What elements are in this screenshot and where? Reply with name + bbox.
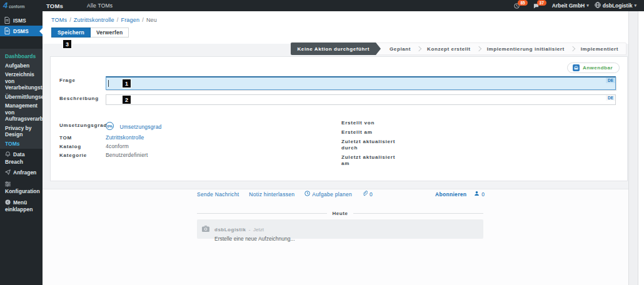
action-strip — [43, 11, 628, 44]
attachments-button[interactable]: 0 — [362, 191, 373, 198]
step-keine-aktion[interactable]: Keine Aktion durchgeführt — [291, 42, 376, 55]
document-icon — [4, 17, 10, 24]
sidebar-item-toms[interactable]: TOMs — [5, 141, 43, 148]
text-cursor — [108, 80, 109, 87]
meta-right-column: Erstellt von Erstellt am Zuletzt aktuali… — [341, 120, 401, 170]
kategorie-value: Benutzerdefiniert — [106, 152, 148, 158]
discard-button[interactable]: Verwerfen — [91, 28, 129, 38]
sidebar-item-menue-einklappen[interactable]: Menü einklappen — [5, 199, 41, 213]
send-icon — [5, 169, 11, 177]
logo-mark: 4 — [3, 1, 8, 10]
breadcrumb-fragen[interactable]: Fragen — [121, 17, 139, 23]
frage-input[interactable]: DE — [106, 76, 616, 90]
tom-link[interactable]: Zutrittskontrolle — [106, 134, 144, 141]
clock-icon — [304, 191, 310, 198]
user-name: dsbLogistik — [603, 2, 633, 9]
sidebar-item-privacy-by-design[interactable]: Privacy by Design — [5, 125, 43, 138]
form-sheet: Anwendbar Frage DE Beschreibung DE Umset… — [50, 56, 628, 181]
erstellt-am-label: Erstellt am — [341, 129, 401, 136]
sidebar-module-isms[interactable]: ISMS — [0, 15, 43, 26]
module-label: ISMS — [13, 18, 26, 24]
annotation-mark-3: 3 — [63, 40, 71, 48]
right-gutter — [628, 11, 638, 285]
followers-button[interactable]: 0 — [474, 191, 485, 198]
sidebar-item-anfragen[interactable]: Anfragen — [5, 169, 41, 177]
module-label: DSMS — [13, 28, 29, 34]
umsetzungsgrad-label: Umsetzungsgrad — [59, 122, 107, 128]
katalog-label: Katalog — [59, 144, 81, 149]
globe-icon — [595, 2, 601, 9]
step-geplant[interactable]: Geplant — [385, 42, 416, 55]
breadcrumb-toms[interactable]: TOMs — [51, 17, 67, 23]
frage-language-tag[interactable]: DE — [606, 78, 615, 83]
zuletzt-aktualisiert-am-label: Zuletzt aktualisiert am — [341, 154, 401, 167]
sidebar-item-aufgaben[interactable]: Aufgaben — [5, 62, 43, 69]
company-menu[interactable]: Arbeit GmbH ▾ — [552, 2, 589, 9]
message-time: Jetzt — [253, 227, 264, 232]
progress-circle-badge: 0% — [106, 122, 114, 130]
app-window: 4 conform TOMs Alle TOMs 85 37 Arbeit Gm… — [0, 0, 644, 285]
umsetzungsgrad-link[interactable]: Umsetzungsgrad — [119, 124, 161, 130]
subscribe-button[interactable]: Abonnieren — [435, 191, 466, 198]
paperclip-icon — [362, 191, 368, 198]
log-note-link[interactable]: Notiz hinterlassen — [249, 191, 294, 198]
sidebar-item-dashboards[interactable]: Dashboards — [5, 53, 43, 60]
chatter-message: dsbLogistik - Jetzt Erstelle eine neue A… — [197, 219, 483, 239]
sliders-icon — [5, 181, 11, 189]
dsms-submenu: Dashboards Aufgaben Verzeichnis von Vera… — [0, 49, 43, 149]
kategorie-label: Kategorie — [59, 152, 87, 158]
message-count-badge: 37 — [537, 0, 546, 6]
step-konzept-erstellt[interactable]: Konzept erstellt — [422, 42, 476, 55]
sidebar-item-uebermittlungsempfaenger[interactable]: Übermittlungsempfänger — [5, 94, 43, 101]
step-implementiert[interactable]: Implementiert — [576, 42, 623, 55]
footer-item-label: Konfiguration — [5, 188, 40, 194]
anwendbar-label: Anwendbar — [583, 65, 613, 71]
bell-icon — [5, 151, 11, 159]
schedule-task-link[interactable]: Aufgabe planen — [304, 191, 352, 198]
collapse-menu-icon — [5, 199, 11, 207]
sidebar: ISMS DSMS Dashboards Aufgaben Verzeichni… — [0, 11, 43, 285]
topbar-menu-alle-toms[interactable]: Alle TOMs — [87, 2, 113, 9]
beschreibung-language-tag[interactable]: DE — [606, 95, 615, 101]
sidebar-footer: Data Breach Anfragen Konfiguration Menü … — [0, 151, 43, 218]
erstellt-von-label: Erstellt von — [341, 120, 401, 126]
katalog-value: 4conform — [106, 143, 129, 149]
sidebar-item-management-auftragsverarbeiter[interactable]: Management von Auftragsverarbeitern — [5, 102, 43, 122]
top-bar: 4 conform TOMs Alle TOMs 85 37 Arbeit Gm… — [0, 0, 644, 11]
date-divider-label: Heute — [332, 211, 348, 216]
umsetzungsgrad-value: 0% Umsetzungsgrad — [106, 120, 162, 131]
stepper-separator — [416, 46, 421, 51]
archive-box-icon — [573, 62, 580, 74]
activity-count-badge: 85 — [518, 0, 527, 6]
follower-count: 0 — [481, 191, 485, 198]
stepper-separator — [570, 46, 575, 51]
sidebar-item-verzeichnis[interactable]: Verzeichnis von Verarbeitungstätigkeiten — [5, 71, 43, 91]
sidebar-item-konfiguration[interactable]: Konfiguration — [5, 181, 41, 195]
person-icon — [474, 191, 480, 198]
tom-label: TOM — [59, 135, 72, 141]
anwendbar-button[interactable]: Anwendbar — [567, 62, 620, 73]
messages-button[interactable]: 37 — [533, 0, 546, 11]
caret-down-icon: ▾ — [586, 3, 589, 8]
breadcrumb-separator: / — [142, 17, 144, 23]
sidebar-item-data-breach[interactable]: Data Breach — [5, 151, 41, 165]
sidebar-module-dsms[interactable]: DSMS — [0, 26, 43, 36]
app-logo[interactable]: 4 conform — [0, 1, 43, 10]
breadcrumb: TOMs / Zutrittskontrolle / Fragen / Neu — [51, 17, 157, 23]
breadcrumb-separator: / — [69, 17, 71, 23]
activities-button[interactable]: 85 — [514, 0, 527, 11]
breadcrumb-zutrittskontrolle[interactable]: Zutrittskontrolle — [74, 17, 114, 23]
scrollbar-track[interactable] — [638, 11, 644, 285]
date-divider: Heute — [197, 211, 483, 216]
send-message-link[interactable]: Sende Nachricht — [197, 191, 239, 198]
save-button[interactable]: Speichern — [51, 28, 91, 38]
beschreibung-input[interactable]: DE — [106, 94, 616, 105]
step-implementierung-initialisiert[interactable]: Implementierung initialisiert — [482, 42, 570, 55]
user-menu[interactable]: dsbLogistik ▾ — [595, 2, 636, 9]
chatter-toolbar: Sende Nachricht Notiz hinterlassen Aufga… — [197, 191, 485, 198]
avatar — [201, 224, 210, 236]
message-separator: - — [249, 227, 251, 232]
attachment-count: 0 — [370, 191, 373, 198]
breadcrumb-separator: / — [117, 17, 119, 23]
company-name: Arbeit GmbH — [552, 2, 585, 9]
